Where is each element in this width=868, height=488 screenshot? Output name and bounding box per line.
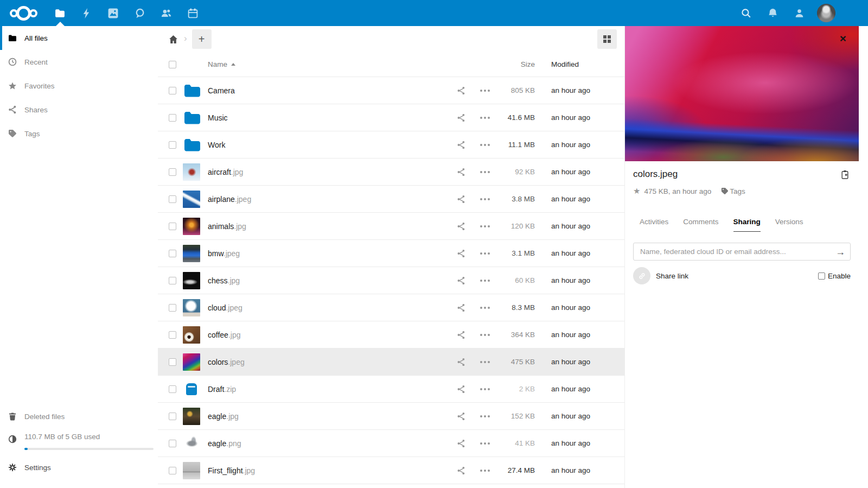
file-name[interactable]: Work xyxy=(208,141,449,149)
file-thumbnail[interactable] xyxy=(183,191,200,208)
row-checkbox[interactable] xyxy=(169,87,176,94)
more-menu-button[interactable] xyxy=(473,90,497,92)
app-files-button[interactable] xyxy=(47,0,73,26)
file-thumbnail[interactable] xyxy=(183,435,200,452)
file-name[interactable]: Music xyxy=(208,113,449,122)
sidebar-item-favorites[interactable]: Favorites xyxy=(0,74,158,98)
app-talk-button[interactable] xyxy=(126,0,153,26)
share-button[interactable] xyxy=(449,276,473,285)
share-button[interactable] xyxy=(449,466,473,475)
table-row[interactable]: Work 11.1 MB an hour ago xyxy=(158,131,624,159)
table-row[interactable]: Camera 805 KB an hour ago xyxy=(158,77,624,104)
share-button[interactable] xyxy=(449,385,473,394)
table-row[interactable]: aircraft.jpg 92 KB an hour ago xyxy=(158,159,624,186)
file-thumbnail[interactable] xyxy=(183,326,200,344)
row-checkbox[interactable] xyxy=(169,250,176,257)
file-name[interactable]: bmw.jpeg xyxy=(208,249,449,258)
file-thumbnail[interactable] xyxy=(183,408,200,425)
table-row[interactable]: chess.jpg 60 KB an hour ago xyxy=(158,267,624,294)
tab-activities[interactable]: Activities xyxy=(640,218,668,232)
user-avatar[interactable] xyxy=(817,4,835,22)
share-button[interactable] xyxy=(449,222,473,231)
file-thumbnail[interactable] xyxy=(183,462,200,479)
nextcloud-logo[interactable] xyxy=(0,6,47,21)
column-header-name[interactable]: Name xyxy=(208,60,449,68)
app-activity-button[interactable] xyxy=(73,0,100,26)
more-menu-button[interactable] xyxy=(473,280,497,282)
file-thumbnail[interactable] xyxy=(183,353,200,371)
column-header-size[interactable]: Size xyxy=(497,60,535,68)
more-menu-button[interactable] xyxy=(473,225,497,227)
row-checkbox[interactable] xyxy=(169,168,176,176)
share-button[interactable] xyxy=(449,249,473,258)
share-submit-arrow-icon[interactable]: → xyxy=(832,244,848,260)
share-button[interactable] xyxy=(449,86,473,95)
share-button[interactable] xyxy=(449,141,473,149)
more-menu-button[interactable] xyxy=(473,198,497,200)
new-file-button[interactable]: + xyxy=(192,29,212,49)
file-name[interactable]: First_flight.jpg xyxy=(208,466,449,475)
file-name[interactable]: chess.jpg xyxy=(208,276,449,285)
more-menu-button[interactable] xyxy=(473,117,497,119)
more-menu-button[interactable] xyxy=(473,144,497,146)
sidebar-item-tags[interactable]: Tags xyxy=(0,122,158,145)
table-row[interactable]: colors.jpeg 475 KB an hour ago xyxy=(158,348,624,376)
row-checkbox[interactable] xyxy=(169,358,176,366)
file-name[interactable]: coffee.jpg xyxy=(208,331,449,339)
share-button[interactable] xyxy=(449,168,473,176)
column-header-modified[interactable]: Modified xyxy=(535,60,624,68)
row-checkbox[interactable] xyxy=(169,277,176,284)
more-menu-button[interactable] xyxy=(473,171,497,173)
row-checkbox[interactable] xyxy=(169,440,176,447)
share-button[interactable] xyxy=(449,195,473,204)
file-thumbnail[interactable] xyxy=(183,136,200,154)
table-row[interactable]: eagle.png 41 KB an hour ago xyxy=(158,430,624,457)
table-row[interactable]: eagle.jpg 152 KB an hour ago xyxy=(158,403,624,430)
file-thumbnail[interactable] xyxy=(183,299,200,316)
file-thumbnail[interactable] xyxy=(183,381,200,398)
row-checkbox[interactable] xyxy=(169,114,176,122)
row-checkbox[interactable] xyxy=(169,413,176,420)
tab-comments[interactable]: Comments xyxy=(683,218,718,232)
more-menu-button[interactable] xyxy=(473,415,497,417)
table-row[interactable]: Draft.zip 2 KB an hour ago xyxy=(158,376,624,403)
sidebar-item-all-files[interactable]: All files xyxy=(0,26,158,50)
file-name[interactable]: aircraft.jpg xyxy=(208,168,449,176)
file-thumbnail[interactable] xyxy=(183,163,200,181)
table-row[interactable]: bmw.jpeg 3.1 MB an hour ago xyxy=(158,240,624,267)
sidebar-item-settings[interactable]: Settings xyxy=(0,455,158,479)
row-checkbox[interactable] xyxy=(169,331,176,339)
share-button[interactable] xyxy=(449,113,473,122)
select-all-checkbox[interactable] xyxy=(169,61,176,68)
file-name[interactable]: cloud.jpeg xyxy=(208,303,449,312)
share-recipient-input[interactable] xyxy=(633,243,851,261)
sidebar-item-deleted-files[interactable]: Deleted files xyxy=(0,404,158,428)
file-name[interactable]: airplane.jpeg xyxy=(208,195,449,204)
share-button[interactable] xyxy=(449,412,473,421)
file-name[interactable]: eagle.jpg xyxy=(208,412,449,421)
tab-versions[interactable]: Versions xyxy=(775,218,803,232)
row-checkbox[interactable] xyxy=(169,385,176,393)
more-menu-button[interactable] xyxy=(473,388,497,390)
file-name[interactable]: Draft.zip xyxy=(208,385,449,394)
more-menu-button[interactable] xyxy=(473,470,497,472)
notifications-button[interactable] xyxy=(760,0,786,26)
copy-link-clipboard-icon[interactable] xyxy=(839,169,851,182)
table-row[interactable]: airplane.jpeg 3.8 MB an hour ago xyxy=(158,186,624,213)
search-button[interactable] xyxy=(733,0,760,26)
contacts-menu-button[interactable] xyxy=(786,0,813,26)
row-checkbox[interactable] xyxy=(169,223,176,230)
tags-button[interactable]: Tags xyxy=(721,187,745,195)
file-thumbnail[interactable] xyxy=(183,82,200,99)
share-button[interactable] xyxy=(449,358,473,366)
table-row[interactable]: animals.jpg 120 KB an hour ago xyxy=(158,213,624,240)
row-checkbox[interactable] xyxy=(169,141,176,149)
favorite-star-icon[interactable]: ★ xyxy=(633,186,640,196)
sidebar-item-shares[interactable]: Shares xyxy=(0,98,158,122)
table-row[interactable]: First_flight.jpg 27.4 MB an hour ago xyxy=(158,457,624,484)
table-row[interactable]: coffee.jpg 364 KB an hour ago xyxy=(158,321,624,348)
more-menu-button[interactable] xyxy=(473,307,497,309)
row-checkbox[interactable] xyxy=(169,467,176,474)
table-row[interactable]: Music 41.6 MB an hour ago xyxy=(158,104,624,131)
tab-sharing[interactable]: Sharing xyxy=(733,218,761,232)
